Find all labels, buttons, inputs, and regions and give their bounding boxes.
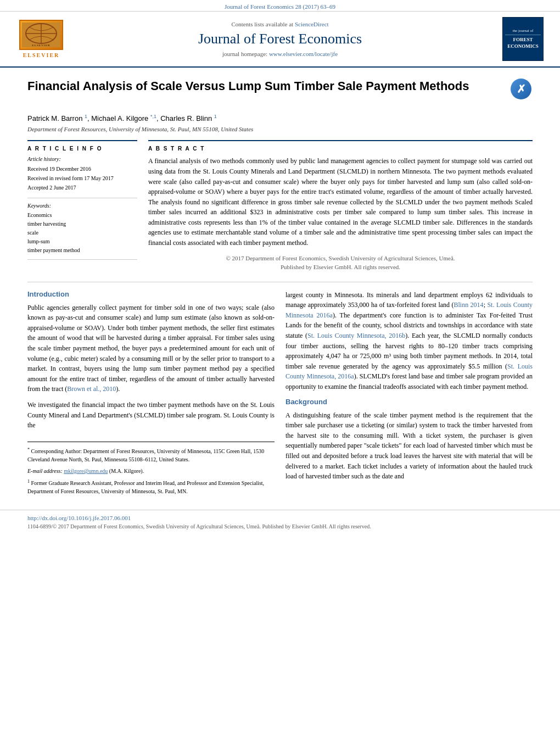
crossmark-badge: ✗ [511,79,533,101]
abstract-text: A financial analysis of two methods comm… [148,156,533,248]
body-left-column: Introduction Public agencies generally c… [27,290,275,499]
homepage-label: journal homepage: [222,51,269,57]
author-3: Charles R. Blinn 1 [160,114,217,122]
author-2: Michael A. Kilgore *,1, [91,114,160,122]
badge-journal-label: the journal of [505,29,541,35]
article-info-box: A R T I C L E I N F O Article history: R… [27,140,137,260]
info-divider [27,198,137,198]
elsevier-logo-section: ELSEVIER ELSEVIER [16,20,66,58]
keyword-2: timber harvesting [27,220,137,228]
footnote-1: 1 Former Graduate Research Assistant, Pr… [27,478,275,495]
abstract-section: A B S T R A C T A financial analysis of … [148,140,533,271]
badge-title: FORESTECONOMICS [507,37,539,49]
page-header: ELSEVIER ELSEVIER Contents lists availab… [0,12,560,68]
abstract-title: A B S T R A C T [148,146,533,152]
keyword-5: timber payment method [27,246,137,255]
body-section: Introduction Public agencies generally c… [27,290,533,499]
received-date: Received 19 December 2016 [27,164,137,174]
contents-label: Contents lists available at [231,21,294,27]
email-link[interactable]: mkilgore@umn.edu [64,468,108,474]
journal-bar-text: Journal of Forest Economics 28 (2017) 63… [225,3,335,10]
keyword-1: Economics [27,211,137,220]
affiliation: Department of Forest Resources, Universi… [27,126,533,132]
doi-link[interactable]: http://dx.doi.org/10.1016/j.jfe.2017.06.… [27,515,533,521]
received-revised-date: Received in revised form 17 May 2017 [27,174,137,183]
intro-para-1: Public agencies generally collect paymen… [27,303,275,394]
doi-copyright: 1104-6899/© 2017 Department of Forest Ec… [27,523,533,529]
author-1: Patrick M. Barron 1, [27,114,91,122]
blinn-ref[interactable]: Blinn 2014 [454,301,484,309]
brown-ref[interactable]: Brown et al., 2010 [67,385,116,393]
body-right-column: largest county in Minnesota. Its mineral… [285,290,533,499]
contents-available-line: Contents lists available at ScienceDirec… [66,21,494,27]
keyword-4: lump-sum [27,237,137,246]
elsevier-logo-graphic: ELSEVIER [19,20,63,50]
forest-economics-badge: the journal of FORESTECONOMICS [502,17,544,61]
keywords-title: Keywords: [27,203,137,209]
abstract-copyright: © 2017 Department of Forest Economics, S… [148,254,533,272]
elsevier-text: ELSEVIER [23,52,60,58]
introduction-heading: Introduction [27,290,275,298]
sciencedirect-link[interactable]: ScienceDirect [295,21,329,27]
doi-bar: http://dx.doi.org/10.1016/j.jfe.2017.06.… [0,510,560,534]
right-para-1: largest county in Minnesota. Its mineral… [285,290,533,392]
article-dates: Received 19 December 2016 Received in re… [27,164,137,192]
authors-line: Patrick M. Barron 1, Michael A. Kilgore … [27,114,533,122]
right-para-2: A distinguishing feature of the scale ti… [285,410,533,482]
svg-text:ELSEVIER: ELSEVIER [32,44,50,47]
journal-bar: Journal of Forest Economics 28 (2017) 63… [0,0,560,12]
article-info-title: A R T I C L E I N F O [27,146,137,152]
article-info-abstract-section: A R T I C L E I N F O Article history: R… [27,140,533,271]
abstract-column: A B S T R A C T A financial analysis of … [148,140,533,271]
crossmark-icon: ✗ [511,79,531,99]
keyword-3: scale [27,228,137,237]
article-history-label: Article history: [27,156,137,162]
keywords-section: Keywords: Economics timber harvesting sc… [27,203,137,255]
header-center: Contents lists available at ScienceDirec… [66,21,494,57]
background-heading: Background [285,398,533,406]
stlouis-ref-b[interactable]: St. Louis County Minnesota, 2016b [307,332,405,339]
article-info-column: A R T I C L E I N F O Article history: R… [27,140,137,271]
forest-economics-badge-section: the journal of FORESTECONOMICS [494,17,544,61]
homepage-url[interactable]: www.elsevier.com/locate/jfe [269,51,338,57]
stlouis-ref-c[interactable]: St. Louis County Minnesota, 2016a [285,362,533,381]
footnote-corresponding: * Corresponding Author: Department of Fo… [27,447,275,464]
stlouis-ref-a[interactable]: St. Louis County Minnesota 2016a [285,301,533,319]
section-separator [27,282,533,282]
footnotes-section: * Corresponding Author: Department of Fo… [27,442,275,496]
article-container: Financial Analysis of Scale Versus Lump … [0,68,560,510]
article-title-section: Financial Analysis of Scale Versus Lump … [27,79,533,106]
intro-para-2: We investigated the financial impact the… [27,400,275,431]
article-title: Financial Analysis of Scale Versus Lump … [27,79,502,94]
journal-homepage: journal homepage: www.elsevier.com/locat… [66,51,494,57]
journal-title: Journal of Forest Economics [66,31,494,47]
accepted-date: Accepted 2 June 2017 [27,183,137,192]
footnote-email: E-mail address: mkilgore@umn.edu (M.A. K… [27,467,275,475]
